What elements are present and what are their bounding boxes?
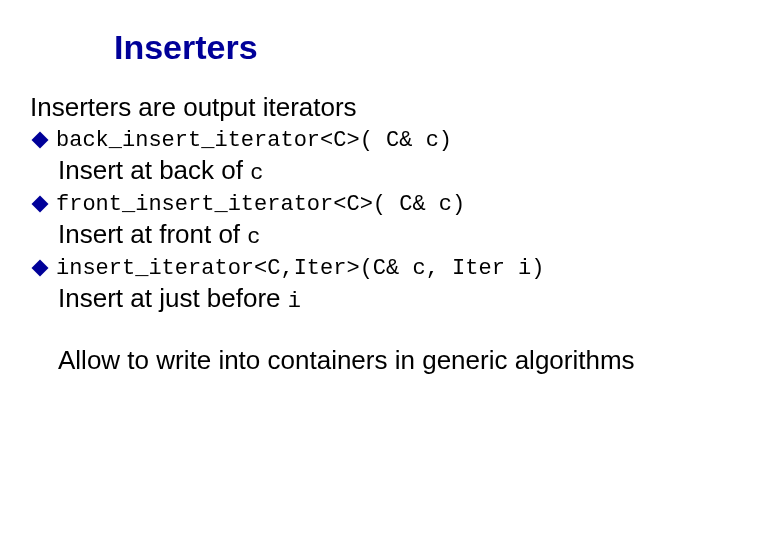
closing-text: Allow to write into containers in generi… xyxy=(58,344,718,378)
slide-title: Inserters xyxy=(114,28,750,67)
desc-code: c xyxy=(247,225,260,250)
diamond-bullet-icon xyxy=(32,196,49,213)
desc-text: Insert at back of xyxy=(58,155,250,185)
slide: Inserters Inserters are output iterators… xyxy=(0,0,780,540)
intro-text: Inserters are output iterators xyxy=(30,91,750,124)
desc-text: Insert at front of xyxy=(58,219,247,249)
code-signature: insert_iterator<C,Iter>(C& c, Iter i) xyxy=(56,256,544,281)
bullet-description: Insert at front of c xyxy=(58,219,750,250)
desc-text: Insert at just before xyxy=(58,283,288,313)
bullet-description: Insert at just before i xyxy=(58,283,750,314)
code-signature: back_insert_iterator<C>( C& c) xyxy=(56,128,452,153)
bullet-item: back_insert_iterator<C>( C& c) xyxy=(30,128,750,153)
bullet-item: front_insert_iterator<C>( C& c) xyxy=(30,192,750,217)
bullet-item: insert_iterator<C,Iter>(C& c, Iter i) xyxy=(30,256,750,281)
bullet-description: Insert at back of c xyxy=(58,155,750,186)
diamond-bullet-icon xyxy=(32,132,49,149)
desc-code: c xyxy=(250,161,263,186)
desc-code: i xyxy=(288,289,301,314)
diamond-bullet-icon xyxy=(32,260,49,277)
code-signature: front_insert_iterator<C>( C& c) xyxy=(56,192,465,217)
